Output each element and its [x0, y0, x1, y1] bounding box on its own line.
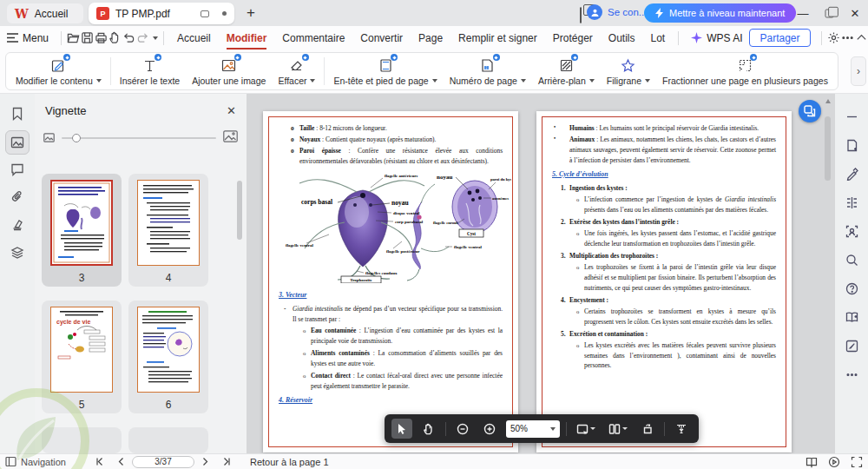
hand-tool-icon[interactable]	[108, 30, 122, 45]
wps-ai-button[interactable]: WPS AI	[684, 32, 749, 44]
tab-page[interactable]: Page	[411, 28, 450, 49]
ribbon-expand-button[interactable]: ›	[851, 56, 866, 86]
restore-button[interactable]	[816, 0, 842, 26]
slider-knob[interactable]	[72, 134, 81, 142]
collapse-ribbon-icon[interactable]	[854, 30, 868, 45]
thumbnail-size-slider[interactable]	[62, 137, 216, 139]
export-doc-icon[interactable]	[845, 138, 858, 152]
ocr-frame-icon[interactable]	[845, 224, 858, 238]
select-tool-button[interactable]	[391, 419, 412, 439]
comments-icon[interactable]	[10, 162, 25, 177]
compose-icon[interactable]	[845, 339, 858, 353]
upgrade-button[interactable]: Mettre à niveau maintenant	[644, 3, 796, 23]
rotate-page-button[interactable]	[637, 419, 658, 439]
read-mode-button[interactable]	[671, 419, 692, 439]
add-image-button[interactable]: Ajouter une image	[186, 54, 272, 89]
tab-proteger[interactable]: Protéger	[545, 28, 601, 49]
next-page-button[interactable]	[194, 456, 216, 467]
watermark-button[interactable]: Filigrane	[601, 54, 656, 89]
hand-tool-button[interactable]	[418, 419, 439, 439]
zoom-out-button[interactable]	[452, 419, 473, 439]
bookmarks-icon[interactable]	[10, 106, 25, 122]
page-number-icon	[479, 56, 496, 73]
document-tab[interactable]: P TP PMP.pdf	[89, 3, 234, 24]
navigation-toggle[interactable]: Navigation	[0, 456, 71, 467]
first-page-button[interactable]	[89, 456, 110, 467]
document-scrollbar[interactable]	[825, 116, 831, 181]
navigation-panel-icon	[5, 456, 16, 467]
wps-logo-icon: W	[15, 7, 29, 21]
tab-commentaire[interactable]: Commentaire	[274, 28, 352, 49]
menu-button[interactable]: Menu	[0, 32, 56, 44]
new-tab-button[interactable]: +	[247, 4, 255, 22]
stamp-icon[interactable]	[10, 217, 25, 233]
split-page-button[interactable]: Fractionner une page en plusieurs pages	[656, 54, 834, 89]
thumbnail-page-number: 5	[42, 399, 122, 411]
share-button[interactable]: Partager	[749, 29, 810, 47]
fullscreen-icon[interactable]	[851, 456, 863, 468]
slideshow-icon[interactable]	[828, 456, 840, 468]
page-indicator-input[interactable]: 3/37	[132, 456, 194, 468]
thumbnail-page-8[interactable]	[128, 427, 208, 453]
fit-page-button[interactable]	[573, 419, 599, 439]
booklet-add-icon[interactable]	[845, 310, 858, 324]
tab-convertir[interactable]: Convertir	[352, 28, 411, 49]
crop-page-button[interactable]: Découper la page	[834, 54, 838, 89]
tab-list-icon[interactable]	[580, 8, 582, 23]
tab-accueil[interactable]: Accueil	[169, 28, 219, 49]
print-icon[interactable]	[95, 30, 108, 45]
home-tab[interactable]: W Accueil	[7, 3, 83, 23]
statusbar: Navigation 3/37 Retour à la page 1	[0, 453, 868, 469]
split-view-icon[interactable]	[845, 195, 858, 209]
detach-window-icon[interactable]	[201, 10, 209, 17]
read-layout-icon[interactable]	[806, 456, 818, 468]
thumbnail-page-7[interactable]	[42, 427, 122, 453]
split-page-icon	[736, 56, 753, 73]
panel-close-icon[interactable]: ✕	[227, 104, 236, 117]
search-icon[interactable]	[845, 253, 858, 267]
collapse-icon[interactable]	[845, 109, 858, 123]
thumbnail-page-4[interactable]: 4	[128, 174, 208, 287]
edit-content-button[interactable]: Modifier le contenu	[10, 54, 108, 89]
back-to-page-link[interactable]: Retour à la page 1	[245, 457, 334, 467]
thumbnail-page-3[interactable]: 3	[42, 174, 122, 287]
thumbnail-page-6[interactable]: 6	[128, 301, 208, 413]
zoom-in-button[interactable]	[479, 419, 500, 439]
panel-scrollbar[interactable]	[237, 181, 242, 240]
translate-fab-button[interactable]	[799, 100, 821, 122]
tab-remplir-et-signer[interactable]: Remplir et signer	[450, 28, 545, 49]
thumbnails-icon[interactable]	[5, 130, 30, 155]
page-layout-button[interactable]	[605, 419, 631, 439]
close-button[interactable]: ✕	[842, 0, 868, 26]
minimize-button[interactable]: —	[790, 0, 816, 26]
main-tabs: Accueil Modifier Commentaire Convertir P…	[169, 28, 673, 49]
tab-outils[interactable]: Outils	[601, 28, 643, 49]
scroll-up-arrow[interactable]	[825, 99, 831, 103]
attachment-icon[interactable]	[10, 189, 25, 205]
pdf-page-3[interactable]: oTaille : 8-12 microns de longueur. oNoy…	[263, 111, 518, 452]
help-icon[interactable]	[845, 281, 858, 295]
settings-gear-icon[interactable]	[826, 30, 840, 45]
page-number-button[interactable]: Numéro de page	[444, 54, 532, 89]
header-footer-button[interactable]: En-tête et pied de page	[327, 54, 443, 89]
thumbnail-page-5[interactable]: cycle de vie 5	[42, 301, 122, 413]
insert-text-button[interactable]: Insérer le texte	[114, 54, 186, 89]
previous-page-button[interactable]	[110, 456, 132, 467]
history-dropdown-icon[interactable]	[153, 36, 158, 40]
layers-icon[interactable]	[10, 245, 25, 261]
pdf-page-4[interactable]: •Humains : Les humains sont le principal…	[536, 111, 792, 452]
background-button[interactable]: Arrière-plan	[532, 54, 601, 89]
save-icon[interactable]	[81, 30, 95, 45]
more-options-icon[interactable]	[840, 30, 854, 45]
signin-button[interactable]: Se con...	[587, 4, 647, 20]
tab-lot[interactable]: Lot	[643, 28, 674, 49]
last-page-button[interactable]	[216, 456, 238, 467]
erase-button[interactable]: Effacer	[272, 54, 321, 89]
zoom-level-select[interactable]: 50%	[506, 420, 560, 438]
open-file-icon[interactable]	[67, 30, 81, 45]
annotate-pen-icon[interactable]	[845, 167, 858, 181]
more-tools-icon[interactable]	[845, 367, 858, 381]
redo-icon[interactable]	[135, 30, 149, 45]
undo-icon[interactable]	[122, 30, 135, 45]
tab-modifier[interactable]: Modifier	[219, 28, 275, 49]
